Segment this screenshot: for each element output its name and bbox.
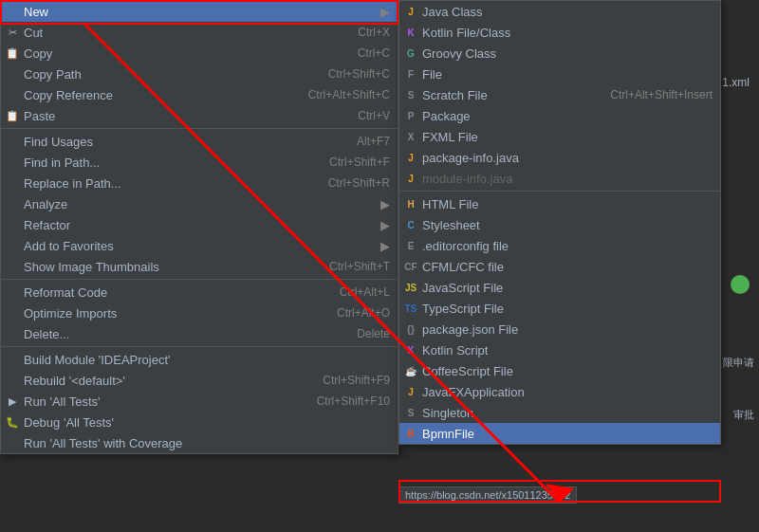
menu-item-replace-in-path[interactable]: Replace in Path...Ctrl+Shift+R [1, 173, 398, 193]
run-all-tests-icon: ▶ [5, 394, 20, 409]
copy-reference-label: Copy Reference [24, 88, 289, 102]
kotlin-file-icon: K [403, 25, 418, 40]
submenu-item-module-info[interactable]: Jmodule-info.java [399, 168, 720, 189]
submenu-item-javafx[interactable]: JJavaFXApplication [399, 381, 720, 402]
submenu-item-singleton[interactable]: SSingleton [399, 402, 720, 423]
typescript-label: TypeScript File [422, 302, 713, 316]
replace-in-path-label: Replace in Path... [24, 176, 309, 191]
context-menu: New▶✂CutCtrl+X📋CopyCtrl+CCopy PathCtrl+S… [0, 0, 398, 454]
scratch-file-shortcut: Ctrl+Alt+Shift+Insert [591, 88, 713, 101]
paste-label: Paste [24, 109, 339, 123]
html-file-label: HTML File [422, 197, 713, 211]
package-json-label: package.json File [422, 322, 713, 337]
submenu-item-package[interactable]: PPackage [399, 105, 720, 126]
submenu-item-editorconfig[interactable]: E.editorconfig file [399, 235, 720, 256]
submenu-item-package-info[interactable]: Jpackage-info.java [399, 147, 720, 168]
file-icon: F [403, 66, 418, 82]
java-class-label: Java Class [422, 5, 713, 19]
package-label: Package [422, 109, 713, 123]
reformat-code-shortcut: Ctrl+Alt+L [321, 285, 390, 299]
file-label: File [422, 67, 713, 82]
submenu-item-bpmn-file[interactable]: BBpmnFile [399, 423, 720, 444]
copy-shortcut: Ctrl+C [339, 46, 390, 60]
menu-item-cut[interactable]: ✂CutCtrl+X [1, 22, 398, 43]
analyze-arrow: ▶ [380, 197, 390, 211]
submenu-item-file[interactable]: FFile [399, 64, 720, 84]
menu-item-find-usages[interactable]: Find UsagesAlt+F7 [1, 131, 398, 152]
delete-label: Delete... [24, 327, 338, 341]
singleton-icon: S [403, 405, 418, 420]
submenu-item-java-class[interactable]: JJava Class [399, 1, 720, 22]
copy-path-label: Copy Path [24, 67, 309, 82]
paste-shortcut: Ctrl+V [339, 109, 390, 122]
javascript-label: JavaScript File [422, 281, 713, 295]
analyze-label: Analyze [24, 197, 380, 211]
groovy-class-label: Groovy Class [422, 46, 713, 61]
green-circle-indicator [731, 275, 750, 294]
menu-item-rebuild[interactable]: Rebuild '<default>'Ctrl+Shift+F9 [1, 370, 398, 391]
package-json-icon: {} [403, 321, 418, 337]
menu-item-copy-path[interactable]: Copy PathCtrl+Shift+C [1, 64, 398, 84]
submenu-item-fxml-file[interactable]: XFXML File [399, 126, 720, 147]
cfml-label: CFML/CFC file [422, 260, 713, 274]
submenu-item-javascript[interactable]: JSJavaScript File [399, 277, 720, 298]
submenu-item-scratch-file[interactable]: SScratch FileCtrl+Alt+Shift+Insert [399, 84, 720, 105]
coffeescript-icon: ☕ [403, 363, 418, 378]
coffeescript-label: CoffeeScript File [422, 364, 713, 378]
submenu-item-package-json[interactable]: {}package.json File [399, 319, 720, 339]
bpmn-file-icon: B [403, 426, 418, 441]
menu-item-refactor[interactable]: Refactor▶ [1, 214, 398, 235]
menu-item-optimize-imports[interactable]: Optimize ImportsCtrl+Alt+O [1, 303, 398, 323]
submenu-item-stylesheet[interactable]: CStylesheet [399, 214, 720, 235]
menu-item-run-with-coverage[interactable]: Run 'All Tests' with Coverage [1, 432, 398, 453]
editorconfig-label: .editorconfig file [422, 239, 713, 253]
rebuild-shortcut: Ctrl+Shift+F9 [304, 374, 390, 387]
submenu-item-groovy-class[interactable]: GGroovy Class [399, 43, 720, 64]
menu-item-find-in-path[interactable]: Find in Path...Ctrl+Shift+F [1, 152, 398, 173]
java-class-icon: J [403, 4, 418, 19]
menu-item-paste[interactable]: 📋PasteCtrl+V [1, 105, 398, 126]
delete-shortcut: Delete [338, 327, 390, 340]
javafx-icon: J [403, 384, 418, 399]
kotlin-file-label: Kotlin File/Class [422, 26, 713, 40]
menu-item-delete[interactable]: Delete...Delete [1, 323, 398, 344]
singleton-label: Singleton [422, 406, 713, 420]
menu-item-run-all-tests[interactable]: ▶Run 'All Tests'Ctrl+Shift+F10 [1, 391, 398, 412]
submenu-item-html-file[interactable]: HHTML File [399, 193, 720, 214]
copy-icon: 📋 [5, 46, 20, 61]
javascript-icon: JS [403, 280, 418, 295]
reformat-code-label: Reformat Code [24, 285, 321, 300]
submenu-item-coffeescript[interactable]: ☕CoffeeScript File [399, 360, 720, 381]
url-bar: https://blog.csdn.net/x15011235062 [398, 486, 577, 504]
menu-item-show-image-thumbnails[interactable]: Show Image ThumbnailsCtrl+Shift+T [1, 256, 398, 277]
build-module-label: Build Module 'IDEAProject' [24, 353, 390, 367]
groovy-class-icon: G [403, 46, 418, 61]
scratch-file-icon: S [403, 87, 418, 102]
menu-item-debug-all-tests[interactable]: 🐛Debug 'All Tests' [1, 412, 398, 432]
menu-item-analyze[interactable]: Analyze▶ [1, 193, 398, 214]
cut-shortcut: Ctrl+X [339, 26, 390, 39]
submenu-item-kotlin-file[interactable]: KKotlin File/Class [399, 22, 720, 43]
menu-item-add-to-favorites[interactable]: Add to Favorites▶ [1, 235, 398, 256]
submenu-item-kotlin-script[interactable]: KKotlin Script [399, 339, 720, 360]
debug-all-tests-label: Debug 'All Tests' [24, 415, 390, 430]
menu-item-new[interactable]: New▶ [1, 1, 398, 22]
submenu-item-cfml[interactable]: CFCFML/CFC file [399, 256, 720, 277]
menu-item-copy[interactable]: 📋CopyCtrl+C [1, 43, 398, 64]
find-usages-shortcut: Alt+F7 [338, 135, 390, 148]
submenu-item-typescript[interactable]: TSTypeScript File [399, 298, 720, 319]
add-to-favorites-arrow: ▶ [380, 239, 390, 253]
kotlin-script-icon: K [403, 342, 418, 358]
rebuild-label: Rebuild '<default>' [24, 374, 304, 388]
cut-label: Cut [24, 26, 339, 40]
add-to-favorites-label: Add to Favorites [24, 239, 380, 253]
find-in-path-shortcut: Ctrl+Shift+F [310, 156, 390, 169]
run-all-tests-label: Run 'All Tests' [24, 394, 298, 409]
cut-icon: ✂ [5, 25, 20, 40]
menu-item-reformat-code[interactable]: Reformat CodeCtrl+Alt+L [1, 282, 398, 303]
copy-path-shortcut: Ctrl+Shift+C [309, 67, 390, 81]
menu-item-copy-reference[interactable]: Copy ReferenceCtrl+Alt+Shift+C [1, 84, 398, 105]
optimize-imports-shortcut: Ctrl+Alt+O [318, 306, 390, 320]
fxml-file-icon: X [403, 129, 418, 144]
menu-item-build-module[interactable]: Build Module 'IDEAProject' [1, 349, 398, 370]
